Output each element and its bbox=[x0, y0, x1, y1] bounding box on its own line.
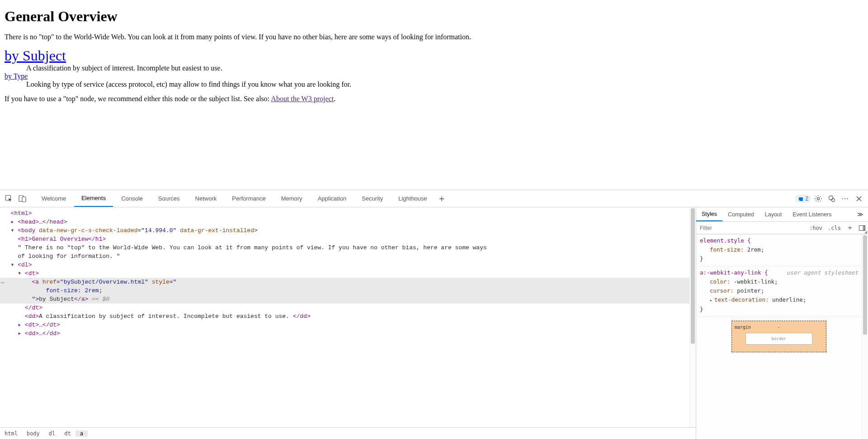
styles-tab-layout[interactable]: Layout bbox=[760, 207, 788, 222]
outro-suffix: . bbox=[334, 95, 335, 103]
tab-security[interactable]: Security bbox=[354, 190, 390, 207]
page-title: General Overview bbox=[5, 8, 863, 25]
box-border-label: border bbox=[745, 333, 812, 345]
tab-lighthouse[interactable]: Lighthouse bbox=[391, 190, 434, 207]
tab-application[interactable]: Application bbox=[311, 190, 354, 207]
crumb-dt[interactable]: dt bbox=[60, 430, 75, 437]
outro-prefix: If you have to use a "top" node, we reco… bbox=[5, 95, 271, 103]
about-w3-link[interactable]: About the W3 project bbox=[271, 95, 334, 103]
styles-scrollbar[interactable] bbox=[862, 234, 868, 439]
styles-more-icon[interactable]: ≫ bbox=[853, 211, 868, 218]
feedback-icon[interactable] bbox=[826, 192, 838, 205]
new-rule-icon[interactable]: ＋ bbox=[844, 223, 856, 233]
settings-icon[interactable] bbox=[812, 192, 825, 205]
svg-rect-7 bbox=[863, 225, 865, 230]
styles-tab-styles[interactable]: Styles bbox=[696, 207, 722, 221]
dom-tree[interactable]: ⋯ <html> ▸ <head>…</head> ▾ <body data-n… bbox=[0, 207, 689, 427]
dom-tree-panel: ⋯ <html> ▸ <head>…</head> ▾ <body data-n… bbox=[0, 207, 696, 439]
by-subject-desc: A classification by subject of interest.… bbox=[26, 64, 863, 72]
crumb-dl[interactable]: dl bbox=[44, 430, 60, 437]
tab-performance[interactable]: Performance bbox=[225, 190, 273, 207]
inspect-icon[interactable] bbox=[3, 192, 15, 205]
svg-point-5 bbox=[832, 198, 835, 201]
hov-button[interactable]: :hov bbox=[807, 225, 825, 231]
crumb-html[interactable]: html bbox=[0, 430, 22, 437]
by-type-link[interactable]: by Type bbox=[5, 72, 28, 80]
overview-list: by Subject A classification by subject o… bbox=[5, 47, 863, 89]
styles-tabbar: Styles Computed Layout Event Listeners ≫ bbox=[696, 207, 868, 222]
crumb-body[interactable]: body bbox=[22, 430, 44, 437]
svg-rect-2 bbox=[22, 197, 26, 202]
dom-breadcrumbs: html body dl dt a bbox=[0, 427, 696, 439]
tab-elements[interactable]: Elements bbox=[74, 190, 113, 207]
issues-count: 2 bbox=[805, 196, 808, 202]
tab-network[interactable]: Network bbox=[188, 190, 224, 207]
box-margin-label: margin bbox=[735, 323, 751, 332]
styles-filter-bar: :hov .cls ＋ bbox=[696, 222, 868, 234]
rendered-page: General Overview There is no "top" to th… bbox=[0, 0, 868, 190]
box-model[interactable]: margin - border bbox=[696, 317, 862, 352]
device-toggle-icon[interactable] bbox=[16, 192, 29, 205]
styles-tab-event-listeners[interactable]: Event Listeners bbox=[787, 207, 837, 222]
intro-paragraph: There is no "top" to the World-Wide Web.… bbox=[5, 33, 863, 41]
devtools-panel: Welcome Elements Console Sources Network… bbox=[0, 190, 868, 439]
styles-panel: Styles Computed Layout Event Listeners ≫… bbox=[696, 207, 868, 439]
close-devtools-icon[interactable] bbox=[853, 192, 865, 205]
styles-tab-computed[interactable]: Computed bbox=[722, 207, 760, 222]
styles-rules[interactable]: element.style { font-size: 2rem; } user … bbox=[696, 234, 862, 439]
crumb-a[interactable]: a bbox=[75, 430, 88, 437]
gutter-menu-icon[interactable]: ⋯ bbox=[1, 279, 5, 287]
selected-dom-node[interactable]: <a href="bySubject/Overview.html" style=… bbox=[0, 278, 689, 286]
devtools-tabbar: Welcome Elements Console Sources Network… bbox=[0, 190, 868, 207]
issues-button[interactable]: 2 bbox=[795, 195, 811, 203]
cls-button[interactable]: .cls bbox=[825, 225, 844, 231]
outro-paragraph: If you have to use a "top" node, we reco… bbox=[5, 95, 863, 103]
panel-layout-icon[interactable] bbox=[856, 225, 868, 231]
anylink-rule[interactable]: user agent stylesheet a:-webkit-any-link… bbox=[696, 266, 862, 317]
svg-point-4 bbox=[829, 196, 833, 200]
more-icon[interactable]: ⋯ bbox=[839, 192, 852, 205]
styles-filter-input[interactable] bbox=[696, 225, 807, 231]
add-tab-icon[interactable]: ＋ bbox=[435, 192, 448, 205]
tab-console[interactable]: Console bbox=[114, 190, 150, 207]
tab-sources[interactable]: Sources bbox=[151, 190, 187, 207]
tab-memory[interactable]: Memory bbox=[274, 190, 310, 207]
svg-point-3 bbox=[817, 197, 820, 200]
element-style-rule[interactable]: element.style { font-size: 2rem; } bbox=[696, 234, 862, 266]
dom-scrollbar[interactable] bbox=[689, 207, 696, 427]
ua-stylesheet-label: user agent stylesheet bbox=[787, 268, 858, 277]
by-subject-link[interactable]: by Subject bbox=[5, 47, 66, 64]
box-margin-top: - bbox=[778, 325, 780, 330]
by-type-desc: Looking by type of service (access proto… bbox=[26, 80, 863, 89]
tab-welcome[interactable]: Welcome bbox=[34, 190, 73, 207]
